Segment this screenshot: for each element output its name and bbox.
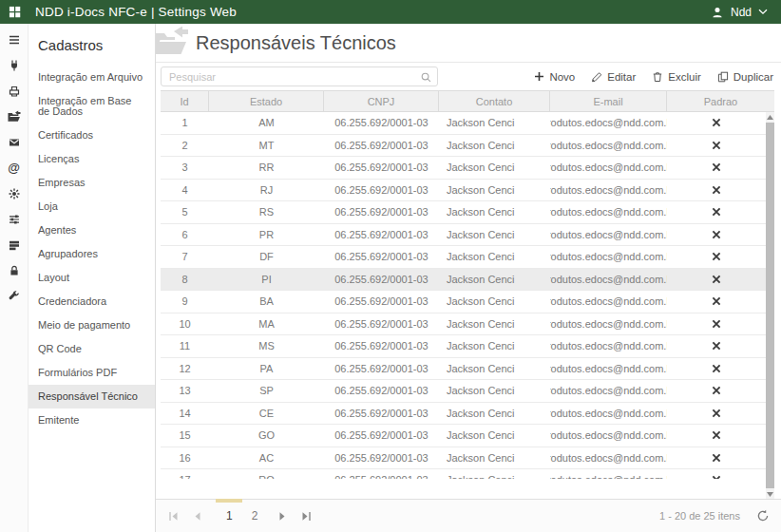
table-row[interactable]: 4RJ06.255.692/0001-03Jackson Cenciprodut… (161, 180, 766, 202)
search-icon (420, 70, 432, 87)
cell-cnpj: 06.255.692/0001-03 (324, 274, 439, 285)
cell-padrao (667, 296, 766, 306)
app-body: @ Cadastros Integração em ArquivoIntegra… (0, 24, 781, 532)
scrollbar-thumb[interactable] (766, 123, 774, 488)
cell-email: produtos.edocs@ndd.com.br (550, 318, 667, 330)
table-row[interactable]: 13SP06.255.692/0001-03Jackson Cenciprodu… (161, 380, 766, 403)
table-row[interactable]: 11MS06.255.692/0001-03Jackson Cenciprodu… (161, 335, 766, 358)
list-rows-icon[interactable] (7, 238, 21, 252)
cell-cnpj: 06.255.692/0001-03 (324, 184, 439, 196)
cell-estado: MS (209, 340, 324, 352)
sidebar-item[interactable]: Integração em Arquivo (29, 66, 155, 89)
sidebar-item[interactable]: QR Code (29, 337, 155, 361)
sidebar-item[interactable]: Certificados (29, 124, 155, 147)
cell-id: 6 (161, 229, 209, 240)
table-row[interactable]: 8PI06.255.692/0001-03Jackson Cenciprodut… (161, 269, 766, 292)
cell-estado: RJ (209, 184, 324, 196)
table-row[interactable]: 14CE06.255.692/0001-03Jackson Cenciprodu… (161, 403, 766, 426)
table-row[interactable]: 12PA06.255.692/0001-03Jackson Cenciprodu… (161, 358, 766, 381)
sidebar-item[interactable]: Empresas (29, 171, 155, 195)
menu-icon[interactable] (7, 32, 21, 47)
table-row[interactable]: 9BA06.255.692/0001-03Jackson Cenciprodut… (161, 291, 766, 314)
cell-contato: Jackson Cenci (439, 162, 550, 173)
app-launcher-waffle-icon[interactable] (9, 6, 21, 18)
editar-button[interactable]: Editar (591, 71, 636, 83)
column-header-padrao[interactable]: Padrao (667, 91, 774, 111)
pager-prev-button[interactable] (191, 510, 202, 522)
column-header-estado[interactable]: Estado (209, 91, 324, 111)
button-label: Novo (549, 71, 575, 83)
table-row[interactable]: 1AM06.255.692/0001-03Jackson Cenciprodut… (161, 112, 766, 135)
novo-button[interactable]: Novo (534, 71, 575, 83)
excluir-button[interactable]: Excluir (652, 71, 701, 83)
cell-contato: Jackson Cenci (439, 318, 550, 330)
table-row[interactable]: 3RR06.255.692/0001-03Jackson Cenciprodut… (161, 157, 766, 180)
pager-last-button[interactable] (300, 510, 312, 522)
table-row[interactable]: 10MA06.255.692/0001-03Jackson Cenciprodu… (161, 314, 766, 336)
table-row[interactable]: 15GO06.255.692/0001-03Jackson Cenciprodu… (161, 425, 766, 447)
cell-contato: Jackson Cenci (439, 184, 550, 196)
pager-page-2[interactable]: 2 (242, 509, 268, 522)
table-row[interactable]: 5RS06.255.692/0001-03Jackson Cenciprodut… (161, 201, 766, 224)
column-header-contato[interactable]: Contato (439, 91, 550, 111)
cell-id: 9 (161, 295, 209, 307)
at-sign-icon[interactable]: @ (7, 161, 21, 175)
sidebar-item[interactable]: Integração em Base de Dados (29, 89, 155, 124)
table-row[interactable]: 2MT06.255.692/0001-03Jackson Cenciprodut… (161, 135, 766, 158)
cell-email: produtos.edocs@ndd.com.br (550, 162, 667, 173)
pager-page-1[interactable]: 1 (217, 509, 242, 522)
wrench-icon[interactable] (7, 289, 21, 303)
sidebar-item[interactable]: Loja (29, 195, 155, 218)
sliders-icon[interactable] (7, 212, 21, 226)
cell-contato: Jackson Cenci (439, 429, 550, 441)
table-row[interactable]: 6PR06.255.692/0001-03Jackson Cenciprodut… (161, 224, 766, 247)
column-header-id[interactable]: Id (161, 91, 209, 111)
cell-estado: AM (209, 117, 324, 128)
cell-padrao (667, 230, 766, 239)
sidebar-item[interactable]: Layout (29, 266, 155, 290)
cell-id: 4 (161, 184, 209, 196)
cell-cnpj: 06.255.692/0001-03 (324, 162, 439, 173)
cell-id: 10 (161, 318, 209, 330)
sidebar-item[interactable]: Agentes (29, 218, 155, 242)
folder-open-icon[interactable] (7, 109, 21, 124)
cell-id: 17 (161, 474, 209, 479)
sidebar-item[interactable]: Responsável Técnico (29, 385, 155, 408)
refresh-icon[interactable] (756, 509, 770, 522)
pager-first-button[interactable] (167, 510, 179, 522)
table-body: 1AM06.255.692/0001-03Jackson Cenciprodut… (161, 112, 766, 479)
cell-padrao (667, 408, 766, 418)
table-row[interactable]: 7DF06.255.692/0001-03Jackson Cenciprodut… (161, 246, 766, 269)
sidebar-item[interactable]: Agrupadores (29, 242, 155, 266)
scroll-down-icon[interactable] (766, 489, 774, 499)
duplicar-button[interactable]: Duplicar (717, 71, 773, 83)
cell-padrao (667, 207, 766, 217)
mail-icon[interactable] (7, 135, 21, 149)
x-mark-icon (712, 141, 721, 150)
sidebar-item[interactable]: Meio de pagamento (29, 314, 155, 337)
user-menu[interactable]: Ndd (711, 6, 768, 19)
vertical-scrollbar[interactable] (766, 112, 774, 499)
x-mark-icon (712, 185, 721, 195)
sidebar-item[interactable]: Licenças (29, 147, 155, 171)
sidebar-item[interactable]: Credenciadora (29, 290, 155, 314)
sidebar-item[interactable]: Emitente (29, 408, 155, 432)
top-bar: NDD i-Docs NFC-e | Settings Web Ndd (0, 0, 781, 24)
cell-cnpj: 06.255.692/0001-03 (324, 117, 439, 128)
column-header-cnpj[interactable]: CNPJ (324, 91, 439, 111)
cell-contato: Jackson Cenci (439, 474, 550, 479)
plug-icon[interactable] (7, 58, 21, 72)
pager-next-button[interactable] (276, 510, 288, 522)
x-mark-icon (712, 386, 721, 395)
gear-icon[interactable] (7, 186, 21, 200)
lock-icon[interactable] (7, 263, 21, 277)
column-header-email[interactable]: E-mail (550, 91, 667, 111)
scroll-up-icon[interactable] (766, 112, 774, 122)
search-input[interactable] (161, 66, 438, 86)
table-row[interactable]: 17RO06.255.692/0001-03Jackson Cenciprodu… (161, 469, 766, 479)
x-mark-icon (712, 162, 721, 172)
x-mark-icon (712, 296, 721, 306)
printer-icon[interactable] (7, 84, 21, 98)
table-row[interactable]: 16AC06.255.692/0001-03Jackson Cenciprodu… (161, 447, 766, 470)
sidebar-item[interactable]: Formulários PDF (29, 361, 155, 385)
